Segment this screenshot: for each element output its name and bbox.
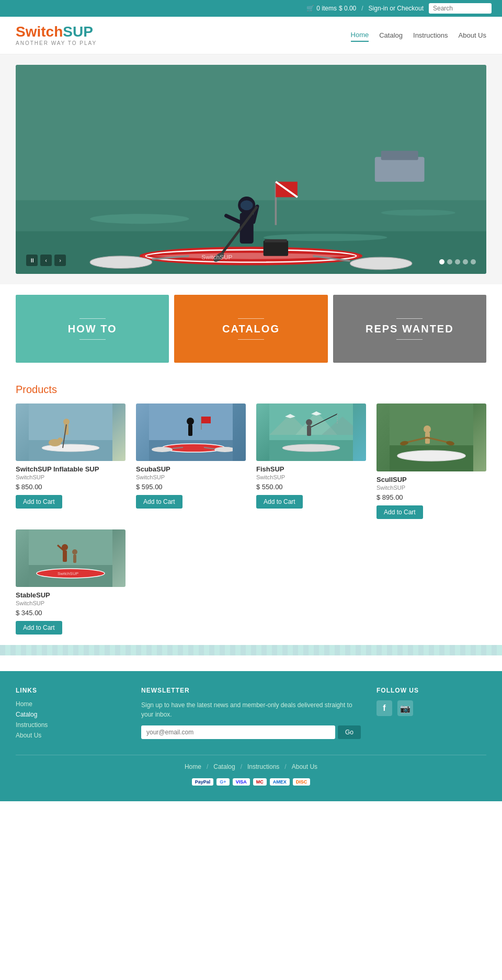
footer-social-section: FOLLOW US f 📷 (376, 687, 486, 739)
logo-tagline: ANOTHER WAY TO PLAY (16, 40, 97, 46)
signin-link[interactable]: Sign-in or Checkout (369, 5, 424, 12)
product-svg-5: SwitchSUP (29, 529, 112, 587)
footer-bottom-instructions[interactable]: Instructions (247, 763, 279, 770)
svg-rect-73 (73, 555, 76, 563)
logo-text: SwitchSUP (16, 25, 97, 39)
add-to-cart-btn-2[interactable]: Add to Cart (136, 495, 182, 509)
product-svg-1 (29, 403, 112, 461)
hero-image: SwitchSUP (16, 65, 486, 274)
empty-slot-3 (376, 529, 486, 635)
svg-rect-38 (188, 424, 192, 436)
logo: SwitchSUP ANOTHER WAY TO PLAY (16, 25, 97, 46)
empty-slot-1 (136, 529, 246, 635)
add-to-cart-btn-5[interactable]: Add to Cart (16, 621, 62, 635)
product-brand-2: SwitchSUP (136, 474, 246, 480)
slider-controls: ⏸ ‹ › (26, 255, 66, 266)
nav-home[interactable]: Home (351, 29, 369, 42)
footer-link-home[interactable]: Home (16, 700, 126, 708)
product-name-2: ScubaSUP (136, 465, 246, 473)
product-name-3: FishSUP (256, 465, 366, 473)
empty-slot-2 (256, 529, 366, 635)
footer-links: Home Catalog Instructions About Us (16, 700, 126, 739)
slider-next-btn[interactable]: › (54, 255, 66, 266)
footer: LINKS Home Catalog Instructions About Us… (0, 671, 502, 801)
facebook-icon[interactable]: f (376, 700, 392, 716)
footer-link-about[interactable]: About Us (16, 732, 126, 739)
footer-link-instructions[interactable]: Instructions (16, 721, 126, 729)
slider-dot-3[interactable] (455, 259, 460, 264)
slider-dot-5[interactable] (471, 259, 476, 264)
add-to-cart-btn-4[interactable]: Add to Cart (376, 505, 423, 519)
category-tile-howto[interactable]: HOW TO (16, 295, 169, 363)
header: SwitchSUP ANOTHER WAY TO PLAY Home Catal… (0, 17, 502, 54)
social-icons: f 📷 (376, 700, 486, 716)
svg-point-43 (152, 447, 173, 452)
sep-3: / (284, 763, 286, 770)
payment-amex: AMEX (270, 778, 290, 786)
svg-rect-41 (201, 417, 211, 423)
payment-visa: VISA (233, 778, 250, 786)
search-input[interactable] (429, 3, 492, 14)
svg-rect-7 (381, 151, 418, 160)
newsletter-text: Sign up to have the latest news and memb… (141, 700, 361, 719)
newsletter-submit-btn[interactable]: Go (338, 725, 361, 739)
footer-newsletter-section: NEWSLETTER Sign up to have the latest ne… (141, 687, 361, 739)
svg-rect-22 (265, 239, 287, 243)
footer-link-catalog[interactable]: Catalog (16, 711, 126, 718)
category-tiles: HOW TO CATALOG REPS WANTED (0, 284, 502, 373)
product-image-5: SwitchSUP (16, 529, 126, 587)
product-card-2: ScubaSUP SwitchSUP $ 595.00 Add to Cart (136, 403, 246, 519)
add-to-cart-btn-1[interactable]: Add to Cart (16, 495, 62, 509)
cart-items: 0 items (316, 5, 337, 12)
product-name-5: StableSUP (16, 591, 126, 599)
category-tile-reps[interactable]: REPS WANTED (333, 295, 486, 363)
product-card-3: FishSUP SwitchSUP $ 550.00 Add to Cart (256, 403, 366, 519)
payment-discover: DISC (293, 778, 311, 786)
nav-about[interactable]: About Us (459, 29, 486, 41)
slider-pause-btn[interactable]: ⏸ (26, 255, 38, 266)
logo-switch: Switch (16, 24, 63, 40)
product-image-1 (16, 403, 126, 461)
sep-1: / (207, 763, 208, 770)
products-grid: SwitchSUP Inflatable SUP SwitchSUP $ 850… (16, 403, 486, 519)
footer-links-section: LINKS Home Catalog Instructions About Us (16, 687, 126, 739)
footer-top: LINKS Home Catalog Instructions About Us… (16, 687, 486, 739)
instagram-icon[interactable]: 📷 (397, 700, 413, 716)
category-label-howto: HOW TO (68, 318, 117, 340)
sep-2: / (241, 763, 242, 770)
svg-text:SwitchSUP: SwitchSUP (58, 571, 78, 576)
hero-slider: SwitchSUP ⏸ ‹ › (16, 65, 486, 274)
footer-bottom-about[interactable]: About Us (292, 763, 317, 770)
svg-point-55 (306, 419, 312, 425)
footer-bottom-catalog[interactable]: Catalog (213, 763, 235, 770)
slider-prev-btn[interactable]: ‹ (40, 255, 52, 266)
slider-dot-4[interactable] (463, 259, 468, 264)
slider-dot-2[interactable] (447, 259, 452, 264)
product-price-4: $ 895.00 (376, 493, 486, 501)
svg-rect-54 (307, 425, 311, 436)
svg-point-25 (350, 257, 412, 270)
product-name-1: SwitchSUP Inflatable SUP (16, 465, 126, 473)
nav-instructions[interactable]: Instructions (413, 29, 448, 41)
footer-bottom-home[interactable]: Home (185, 763, 201, 770)
footer-bottom-nav: Home / Catalog / Instructions / About Us (16, 755, 486, 770)
nav-catalog[interactable]: Catalog (379, 29, 403, 41)
product-price-1: $ 850.00 (16, 483, 126, 491)
add-to-cart-btn-3[interactable]: Add to Cart (256, 495, 303, 509)
footer-newsletter-title: NEWSLETTER (141, 687, 361, 694)
slider-dot-1[interactable] (439, 259, 444, 264)
newsletter-email-input[interactable] (141, 725, 335, 739)
payment-google: G+ (216, 778, 229, 786)
svg-text:SwitchSUP: SwitchSUP (201, 253, 232, 261)
product-svg-2 (149, 403, 233, 461)
svg-point-74 (72, 549, 77, 555)
slider-dots (439, 259, 476, 264)
product-brand-4: SwitchSUP (376, 485, 486, 491)
svg-point-62 (424, 425, 431, 433)
hero-svg: SwitchSUP (16, 65, 486, 274)
category-tile-catalog[interactable]: CATALOG (174, 295, 327, 363)
svg-point-5 (381, 210, 455, 216)
cart-icon: 🛒 (306, 5, 314, 12)
divider: / (361, 5, 363, 12)
product-card-4: ScullSUP SwitchSUP $ 895.00 Add to Cart (376, 403, 486, 519)
